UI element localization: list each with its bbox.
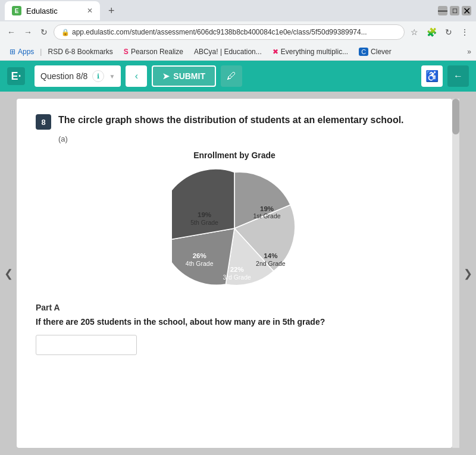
- tab-close-button[interactable]: ✕: [87, 7, 93, 15]
- label-1st-pct: 19%: [260, 205, 274, 212]
- chart-title: Enrollment by Grade: [193, 150, 275, 160]
- right-nav-arrow[interactable]: ❯: [459, 92, 476, 455]
- part-label: (a): [58, 134, 433, 143]
- back-icon: ←: [453, 71, 463, 81]
- label-4th-pct: 26%: [193, 252, 206, 259]
- app-toolbar: E· Question 8/8 ℹ ▼ ‹ ➤ SUBMIT 🖊 ♿ ←: [0, 61, 476, 92]
- back-nav-button[interactable]: ←: [5, 25, 18, 39]
- minimize-button[interactable]: —: [438, 6, 447, 15]
- more-bookmarks-button[interactable]: »: [467, 48, 471, 56]
- chevron-left-nav-icon: ❮: [4, 267, 13, 280]
- bookmark-star-button[interactable]: ☆: [408, 25, 421, 39]
- label-1st-name: 1st Grade: [253, 212, 281, 219]
- accessibility-icon: ♿: [425, 70, 439, 83]
- sync-button[interactable]: ↻: [443, 25, 455, 39]
- browser-titlebar: E Edulastic ✕ + — ☐ ✕: [0, 0, 476, 21]
- url-text: app.edulastic.com/student/assessment/606…: [72, 28, 367, 36]
- scrollbar-thumb[interactable]: [452, 99, 459, 134]
- label-3rd-pct: 22%: [230, 266, 244, 274]
- new-tab-button[interactable]: +: [104, 5, 120, 17]
- toolbar-right: ♿ ←: [421, 65, 469, 87]
- part-a-section: Part A If there are 205 students in the …: [36, 303, 433, 355]
- app-logo: E·: [7, 67, 25, 85]
- part-a-label: Part A: [36, 303, 433, 312]
- extensions-button[interactable]: 🧩: [424, 25, 439, 39]
- pie-chart: 19% 5th Grade 19% 1st Grade 14% 2nd Grad…: [172, 166, 297, 291]
- bookmark-separator-1: |: [40, 48, 42, 56]
- bookmark-apps[interactable]: ⊞ Apps: [5, 46, 39, 58]
- submit-label: SUBMIT: [173, 71, 205, 81]
- browser-menu-button[interactable]: ⋮: [458, 25, 471, 39]
- abcya-label: ABCya! | Education...: [194, 48, 262, 56]
- question-text: The circle graph shows the distribution …: [58, 113, 404, 127]
- answer-input[interactable]: [36, 335, 137, 355]
- submit-button[interactable]: ➤ SUBMIT: [152, 65, 216, 87]
- back-right-button[interactable]: ←: [447, 65, 469, 87]
- chevron-right-nav-icon: ❯: [464, 267, 472, 280]
- question-number-badge: 8: [36, 114, 51, 130]
- bookmark-pearson[interactable]: S Pearson Realize: [119, 46, 188, 58]
- question-selector[interactable]: Question 8/8 ℹ ▼: [35, 65, 121, 87]
- question-panel: 8 The circle graph shows the distributio…: [17, 99, 452, 448]
- multiply-label: Everything multiplic...: [281, 48, 348, 56]
- question-label: Question 8/8: [40, 71, 87, 81]
- content-area: ❮ 8 The circle graph shows the distribut…: [0, 92, 476, 455]
- pearson-icon: S: [124, 48, 129, 56]
- close-button[interactable]: ✕: [462, 6, 471, 15]
- label-2nd-pct: 14%: [264, 252, 277, 259]
- window-controls: — ☐ ✕: [438, 6, 471, 15]
- bookmark-abcya[interactable]: ABCya! | Education...: [189, 46, 267, 58]
- label-4th-name: 4th Grade: [186, 260, 214, 267]
- bookmark-clever[interactable]: C Clever: [354, 46, 396, 58]
- submit-arrow-icon: ➤: [162, 71, 170, 81]
- accessibility-button[interactable]: ♿: [421, 65, 443, 87]
- pen-icon: 🖊: [227, 71, 236, 81]
- pearson-label: Pearson Realize: [131, 48, 183, 56]
- pen-tool-button[interactable]: 🖊: [221, 65, 242, 87]
- chevron-left-icon: ‹: [135, 71, 138, 81]
- left-nav-arrow[interactable]: ❮: [0, 92, 17, 455]
- clever-icon: C: [359, 48, 368, 56]
- lock-icon: 🔒: [61, 29, 70, 36]
- label-5th-name: 5th Grade: [190, 219, 218, 226]
- apps-grid-icon: ⊞: [10, 48, 15, 56]
- maximize-button[interactable]: ☐: [450, 6, 459, 15]
- forward-nav-button[interactable]: →: [21, 25, 35, 39]
- question-dropdown-icon: ▼: [109, 73, 115, 80]
- tab-title: Edulastic: [26, 7, 58, 15]
- bookmarks-bar: ⊞ Apps | RSD 6-8 Bookmarks S Pearson Rea…: [0, 43, 476, 61]
- tab-favicon: E: [12, 6, 21, 15]
- part-a-question: If there are 205 students in the school,…: [36, 317, 433, 327]
- apps-label: Apps: [18, 48, 34, 56]
- reload-button[interactable]: ↻: [38, 25, 50, 39]
- rsd-label: RSD 6-8 Bookmarks: [48, 48, 112, 56]
- clever-label: Clever: [371, 48, 392, 56]
- address-bar: ← → ↻ 🔒 app.edulastic.com/student/assess…: [0, 21, 476, 43]
- prev-question-button[interactable]: ‹: [126, 65, 147, 87]
- browser-tab[interactable]: E Edulastic ✕: [5, 1, 100, 20]
- question-header: 8 The circle graph shows the distributio…: [36, 113, 433, 130]
- question-info-button[interactable]: ℹ: [92, 70, 104, 82]
- label-5th-pct: 19%: [198, 211, 211, 218]
- pie-4th-grade: [172, 169, 234, 241]
- bookmark-rsd[interactable]: RSD 6-8 Bookmarks: [43, 46, 117, 58]
- multiply-icon: ✖: [273, 48, 278, 56]
- url-bar[interactable]: 🔒 app.edulastic.com/student/assessment/6…: [54, 24, 405, 40]
- scrollbar-track[interactable]: [452, 99, 459, 448]
- chart-container: Enrollment by Grade 19% 5th Grade: [151, 150, 318, 291]
- bookmark-multiply[interactable]: ✖ Everything multiplic...: [268, 46, 353, 58]
- label-2nd-name: 2nd Grade: [256, 260, 286, 267]
- label-3rd-name: 3rd Grade: [223, 274, 251, 281]
